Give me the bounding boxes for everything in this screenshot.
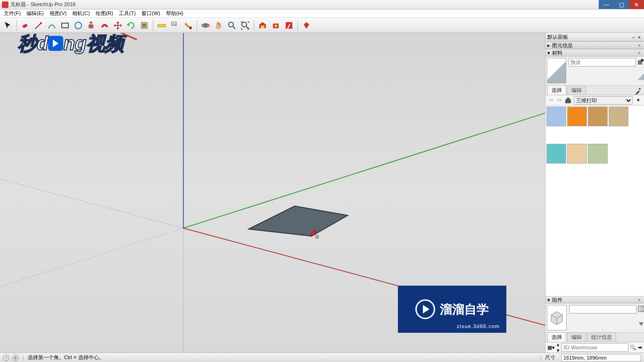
close-button[interactable]: ✕	[629, 0, 644, 9]
zoom-tool-icon[interactable]	[226, 19, 238, 32]
warehouse-tool-icon[interactable]	[256, 19, 269, 32]
tab-stats-comp[interactable]: 统计信息	[587, 332, 616, 342]
paint-tool-icon[interactable]	[182, 19, 194, 32]
tray-close-icon[interactable]: ×	[636, 34, 642, 40]
create-material-icon[interactable]	[637, 58, 644, 65]
material-swatch[interactable]	[588, 107, 608, 126]
watermark-text: 溜溜自学	[440, 301, 489, 318]
materials-header[interactable]: ▾ 材料 ×	[545, 49, 644, 57]
svg-rect-30	[639, 88, 641, 90]
tray-title: 默认面板	[547, 33, 631, 41]
menu-file[interactable]: 文件(F)	[1, 10, 24, 17]
circle-tool-icon[interactable]	[72, 19, 84, 32]
material-swatch[interactable]	[567, 107, 587, 126]
menu-tools[interactable]: 工具(T)	[116, 10, 139, 17]
material-swatch[interactable]	[609, 107, 628, 126]
menu-window[interactable]: 窗口(W)	[139, 10, 163, 17]
orbit-tool-icon[interactable]	[199, 19, 212, 32]
select-tool-icon[interactable]	[2, 19, 14, 32]
material-category-select[interactable]: 三维打印	[574, 96, 633, 105]
scale-tool-icon[interactable]	[138, 19, 150, 32]
pan-tool-icon[interactable]	[213, 19, 225, 32]
eyedropper-icon[interactable]	[635, 87, 642, 95]
dimension-value-box[interactable]: 1619mm, 1896mm	[561, 354, 641, 362]
component-search-input[interactable]	[561, 343, 628, 352]
layout-tool-icon[interactable]	[283, 19, 295, 32]
svg-marker-29	[637, 74, 644, 80]
svg-line-22	[0, 228, 183, 287]
home-icon[interactable]	[564, 96, 572, 105]
nav-back-icon[interactable]: ⇦	[547, 97, 554, 103]
statusbar: ? ⊕ | 选择第一个角。Ctrl = 选择中心。 | 尺寸 1619mm, 1…	[0, 353, 644, 362]
extension-tool-icon[interactable]	[270, 19, 282, 32]
current-material-swatch[interactable]	[547, 58, 566, 83]
svg-point-28	[641, 59, 644, 62]
eraser-tool-icon[interactable]	[19, 19, 32, 32]
dimension-value: 1619mm, 1896mm	[563, 355, 607, 361]
svg-line-21	[183, 113, 545, 228]
search-icon[interactable]: 🔍	[630, 345, 636, 351]
minimize-button[interactable]: —	[599, 0, 614, 9]
tab-edit[interactable]: 编辑	[567, 85, 586, 95]
line-tool-icon[interactable]	[33, 19, 45, 32]
menu-view[interactable]: 视图(V)	[47, 10, 70, 17]
material-name-input[interactable]	[569, 58, 636, 66]
tape-tool-icon[interactable]	[156, 19, 168, 32]
rectangle-tool-icon[interactable]	[59, 19, 71, 32]
tab-edit-comp[interactable]: 编辑	[567, 332, 586, 342]
svg-rect-15	[261, 25, 264, 28]
materials-label: 材料	[552, 49, 636, 57]
details-icon[interactable]: ▾	[635, 97, 642, 103]
dimension-label: 尺寸	[545, 354, 555, 361]
tab-select-comp[interactable]: 选择	[547, 332, 566, 342]
section-close-icon[interactable]: ×	[636, 50, 642, 56]
material-swatch[interactable]	[546, 144, 566, 164]
menu-edit[interactable]: 编辑(E)	[24, 10, 47, 17]
material-swatch[interactable]	[567, 144, 587, 164]
geolocation-icon[interactable]: ?	[3, 354, 9, 361]
menu-help[interactable]: 帮助(H)	[163, 10, 186, 17]
entity-info-header[interactable]: ▸ 图元信息 ×	[545, 41, 644, 49]
svg-rect-26	[316, 236, 318, 238]
maximize-button[interactable]: ▢	[614, 0, 629, 9]
arc-tool-icon[interactable]	[46, 19, 58, 32]
text-tool-icon[interactable]: A1	[169, 19, 181, 32]
material-swatch-grid	[545, 106, 644, 181]
components-header[interactable]: ▾ 组件 ×	[545, 296, 644, 304]
svg-marker-25	[248, 206, 348, 236]
component-tabs: 选择 编辑 统计信息	[545, 333, 644, 342]
nav-forward-icon[interactable]: ➡	[638, 345, 642, 351]
component-preview-row: ⓘ	[545, 304, 644, 333]
material-swatch[interactable]	[546, 107, 566, 126]
tab-select[interactable]: 选择	[547, 85, 566, 95]
section-close-icon[interactable]: ×	[636, 42, 642, 48]
chevron-down-icon: ▾	[547, 297, 552, 303]
menu-draw[interactable]: 绘图(R)	[93, 10, 116, 17]
default-material-icon[interactable]	[637, 74, 644, 80]
component-filter-icon[interactable]: ▦▾	[547, 345, 555, 351]
component-name-input[interactable]	[569, 305, 636, 313]
material-swatch[interactable]	[588, 144, 608, 164]
zoom-extents-tool-icon[interactable]	[239, 19, 251, 32]
entity-info-label: 图元信息	[552, 42, 636, 49]
component-expand-icon[interactable]	[638, 321, 644, 327]
tray-header[interactable]: 默认面板 ▫ ×	[545, 33, 644, 41]
offset-tool-icon[interactable]	[99, 19, 111, 32]
svg-rect-7	[158, 25, 165, 27]
component-thumb[interactable]	[547, 305, 567, 330]
pin-icon[interactable]: ▫	[631, 34, 636, 40]
menu-camera[interactable]: 相机(C)	[69, 10, 92, 17]
section-close-icon[interactable]: ×	[636, 297, 642, 303]
window-controls: — ▢ ✕	[599, 0, 644, 9]
viewport-3d[interactable]: 秒dng视频 溜溜自学 zixue.3d66.com	[0, 33, 545, 353]
nav-forward-icon[interactable]: ⇨	[556, 97, 562, 103]
pushpull-tool-icon[interactable]	[85, 19, 98, 32]
move-tool-icon[interactable]	[112, 19, 124, 32]
ruby-tool-icon[interactable]	[300, 19, 313, 32]
play-circle-icon	[415, 299, 435, 319]
svg-point-1	[40, 22, 42, 24]
component-home-icon[interactable]: ▾	[556, 342, 560, 354]
rotate-tool-icon[interactable]	[125, 19, 137, 32]
component-info-icon[interactable]: ⓘ	[638, 305, 644, 312]
workspace: 秒dng视频 溜溜自学 zixue.3d66.com 默认面板 ▫ × ▸ 图元…	[0, 33, 644, 353]
